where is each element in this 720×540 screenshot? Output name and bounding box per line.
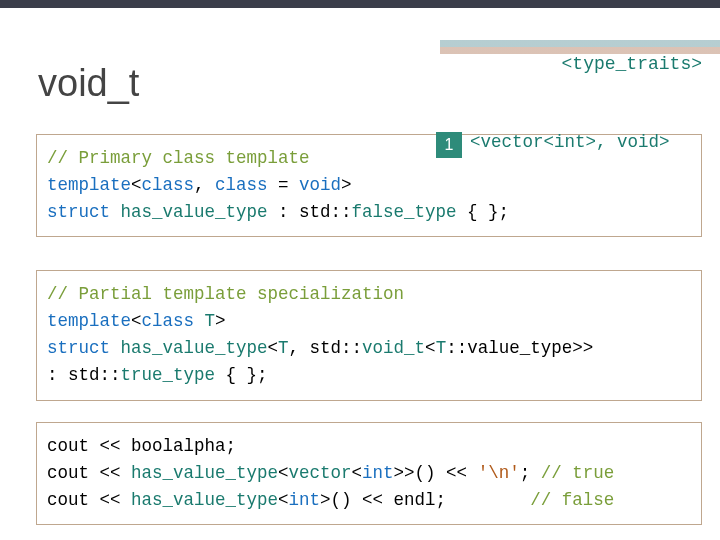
t: > xyxy=(341,175,352,195)
t: ::value_type>> xyxy=(446,338,593,358)
code-line: // Partial template specialization templ… xyxy=(47,281,691,390)
t: > xyxy=(215,311,226,331)
kw: struct xyxy=(47,202,121,222)
t: < xyxy=(131,175,142,195)
t: < xyxy=(278,490,289,510)
t: , xyxy=(194,175,215,195)
slide-top-bar xyxy=(0,0,720,8)
t: < xyxy=(268,338,279,358)
t: : std:: xyxy=(268,202,352,222)
kw: template xyxy=(47,175,131,195)
kw: class xyxy=(142,175,195,195)
kw: void xyxy=(299,175,341,195)
ty: has_value_type xyxy=(121,338,268,358)
ty: has_value_type xyxy=(131,490,278,510)
t: { }; xyxy=(215,365,268,385)
t: : std:: xyxy=(47,365,121,385)
t: >() << endl; xyxy=(320,490,530,510)
kw: template xyxy=(47,311,131,331)
t: >>() << xyxy=(394,463,478,483)
t: ; xyxy=(520,463,541,483)
t: { }; xyxy=(457,202,510,222)
code-line: cout << boolalpha; cout << has_value_typ… xyxy=(47,433,691,514)
ty: true_type xyxy=(121,365,216,385)
t: cout << xyxy=(47,490,131,510)
ty: T xyxy=(205,311,216,331)
ty: T xyxy=(436,338,447,358)
slide-title: void_t xyxy=(38,62,139,105)
t: < xyxy=(352,463,363,483)
ty: vector xyxy=(289,463,352,483)
str: '\n' xyxy=(478,463,520,483)
t: , std:: xyxy=(289,338,363,358)
t: = xyxy=(268,175,300,195)
ty: false_type xyxy=(352,202,457,222)
kw: int xyxy=(362,463,394,483)
t: cout << boolalpha; xyxy=(47,436,236,456)
accent-bar xyxy=(440,40,720,54)
code-box-specialization: // Partial template specialization templ… xyxy=(36,270,702,401)
code-comment: // Partial template specialization xyxy=(47,284,404,304)
code-comment: // true xyxy=(541,463,615,483)
ty: void_t xyxy=(362,338,425,358)
ty: has_value_type xyxy=(131,463,278,483)
code-comment: // Primary class template xyxy=(47,148,310,168)
kw: int xyxy=(289,490,321,510)
code-comment: // false xyxy=(530,490,614,510)
step-badge: 1 xyxy=(436,132,462,158)
ty: has_value_type xyxy=(121,202,268,222)
kw: class xyxy=(142,311,205,331)
t: < xyxy=(131,311,142,331)
t: < xyxy=(278,463,289,483)
ty: T xyxy=(278,338,289,358)
step-label: <vector<int>, void> xyxy=(470,132,670,152)
kw: class xyxy=(215,175,268,195)
kw: struct xyxy=(47,338,121,358)
code-box-usage: cout << boolalpha; cout << has_value_typ… xyxy=(36,422,702,525)
header-include-tag: <type_traits> xyxy=(562,54,702,74)
t: cout << xyxy=(47,463,131,483)
t: < xyxy=(425,338,436,358)
code-line: // Primary class template template<class… xyxy=(47,145,691,226)
